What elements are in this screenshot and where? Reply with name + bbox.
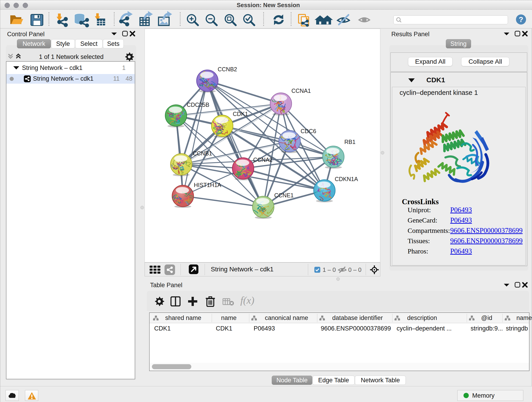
svg-text:CCNE1: CCNE1: [274, 192, 294, 198]
svg-text:CCNB2: CCNB2: [218, 66, 237, 72]
svg-text:CDK1: CDK1: [233, 111, 248, 117]
svg-text:HIST1H1A: HIST1H1A: [194, 182, 221, 188]
svg-text:CDC6: CDC6: [301, 128, 316, 134]
svg-text:CDC25B: CDC25B: [187, 102, 209, 108]
svg-text:CCNA1: CCNA1: [291, 88, 311, 94]
svg-text:CCNA2: CCNA2: [253, 157, 273, 163]
svg-text:CDKN1A: CDKN1A: [335, 176, 358, 182]
svg-text:RB1: RB1: [344, 139, 355, 145]
svg-text:CCNB1: CCNB1: [193, 150, 212, 157]
